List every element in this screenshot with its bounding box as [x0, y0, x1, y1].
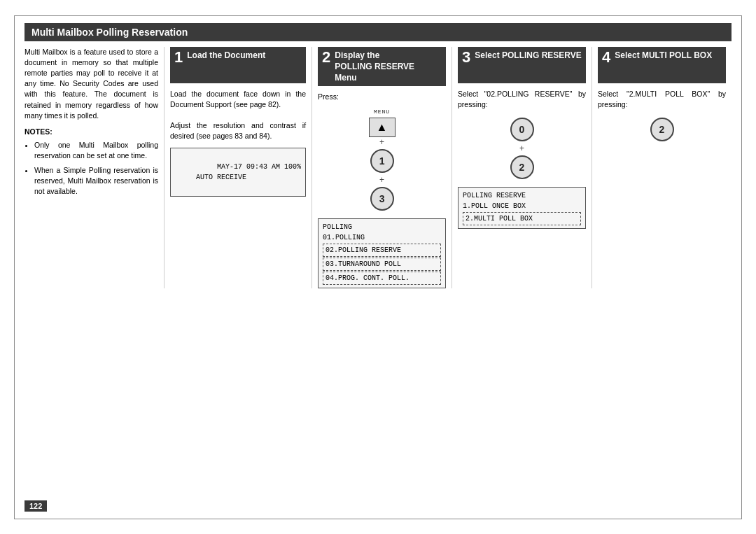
step-3-body: Select "02.POLLING RESERVE" by pressing:… [458, 89, 586, 229]
step-3-header: 3 Select POLLING RESERVE [458, 47, 586, 83]
step-4-number: 4 [602, 50, 610, 65]
plus-2: + [379, 176, 384, 184]
step-2-body: Press: MENU ▲ + 1 + 3 POLLING 01.POLLING… [318, 92, 446, 288]
step-3-column: 3 Select POLLING RESERVE Select "02.POLL… [452, 47, 592, 288]
note-item-1: Only one Multi Mailbox polling reservati… [34, 140, 158, 161]
menu-label: MENU [374, 108, 390, 116]
lcd-line2: AUTO RECEIVE [175, 174, 246, 181]
page-number: 122 [24, 500, 47, 512]
step-1-header: 1 Load the Document [170, 47, 306, 83]
step-3-lcd-menu: POLLING RESERVE 1.POLL ONCE BOX 2.MULTI … [458, 187, 586, 229]
pr-header2: 1.POLL ONCE BOX [463, 202, 526, 210]
step-4-buttons: 2 [598, 115, 726, 143]
plus-1: + [379, 138, 384, 146]
step-3-number: 3 [462, 50, 470, 65]
btn-1[interactable]: 1 [370, 149, 394, 173]
menu-up-arrow-btn[interactable]: ▲ [369, 118, 396, 137]
step-2-title: Display the POLLING RESERVE Menu [335, 50, 414, 84]
menu-item-2: 03.TURNAROUND POLL [323, 258, 441, 271]
step-1-lcd: MAY-17 09:43 AM 100% AUTO RECEIVE [170, 148, 306, 197]
step-2-title-line1: Display the [335, 50, 414, 61]
btn-0[interactable]: 0 [510, 118, 534, 141]
step-2-column: 2 Display the POLLING RESERVE Menu Press… [312, 47, 452, 288]
step-2-header: 2 Display the POLLING RESERVE Menu [318, 47, 446, 87]
step-4-body: Select "2.MULTI POLL BOX" by pressing: 2 [598, 89, 726, 149]
step-1-body: Load the document face down in the Docum… [170, 89, 306, 142]
step-1-text: Load the document face down in the Docum… [170, 89, 306, 110]
steps-area: 1 Load the Document Load the document fa… [164, 47, 732, 288]
pr-item-1: 2.MULTI POLL BOX [463, 212, 581, 225]
lcd-line1: MAY-17 09:43 AM 100% [217, 163, 301, 171]
btn-2[interactable]: 2 [510, 155, 534, 179]
step-1-title: Load the Document [187, 50, 265, 61]
intro-text: Multi Mailbox is a feature used to store… [24, 47, 158, 122]
step-4-title: Select MULTI POLL BOX [615, 50, 712, 61]
step-3-text: Select "02.POLLING RESERVE" by pressing: [458, 89, 586, 110]
plus-3: + [519, 144, 524, 153]
step-3-title: Select POLLING RESERVE [475, 50, 582, 61]
step-2-press-label: Press: [318, 92, 446, 102]
notes-label: NOTES: [24, 127, 158, 137]
step-4-text: Select "2.MULTI POLL BOX" by pressing: [598, 89, 726, 110]
page-title: Multi Mailbox Polling Reservation [24, 23, 732, 41]
step-1-number: 1 [174, 50, 183, 65]
menu-header1: POLLING [323, 223, 352, 231]
content-area: Multi Mailbox is a feature used to store… [24, 47, 732, 288]
step-2-title-line3: Menu [335, 72, 414, 83]
page: Multi Mailbox Polling Reservation Multi … [14, 15, 742, 519]
step-2-title-line2: POLLING RESERVE [335, 61, 414, 72]
step-4-header: 4 Select MULTI POLL BOX [598, 47, 726, 83]
description-column: Multi Mailbox is a feature used to store… [24, 47, 164, 288]
btn-2-mpb[interactable]: 2 [650, 118, 674, 141]
pr-header1: POLLING RESERVE [463, 192, 526, 199]
step-4-column: 4 Select MULTI POLL BOX Select "2.MULTI … [592, 47, 732, 288]
menu-item-3: 04.PROG. CONT. POLL. [323, 272, 441, 285]
menu-header2: 01.POLLING [323, 234, 365, 241]
step-1-text2: Adjust the resolution and contrast if de… [170, 120, 306, 141]
btn-3[interactable]: 3 [370, 187, 394, 211]
note-item-2: When a Simple Polling reservation is res… [34, 165, 158, 197]
step-3-buttons: 0 + 2 [458, 115, 586, 181]
step-2-number: 2 [322, 50, 330, 65]
step-1-column: 1 Load the Document Load the document fa… [164, 47, 312, 288]
step-2-lcd-menu: POLLING 01.POLLING 02.POLLING RESERVE03.… [318, 218, 446, 288]
menu-item-1: 02.POLLING RESERVE [323, 244, 441, 257]
notes-list: Only one Multi Mailbox polling reservati… [24, 140, 158, 197]
step-2-buttons: MENU ▲ + 1 + 3 [318, 108, 446, 213]
